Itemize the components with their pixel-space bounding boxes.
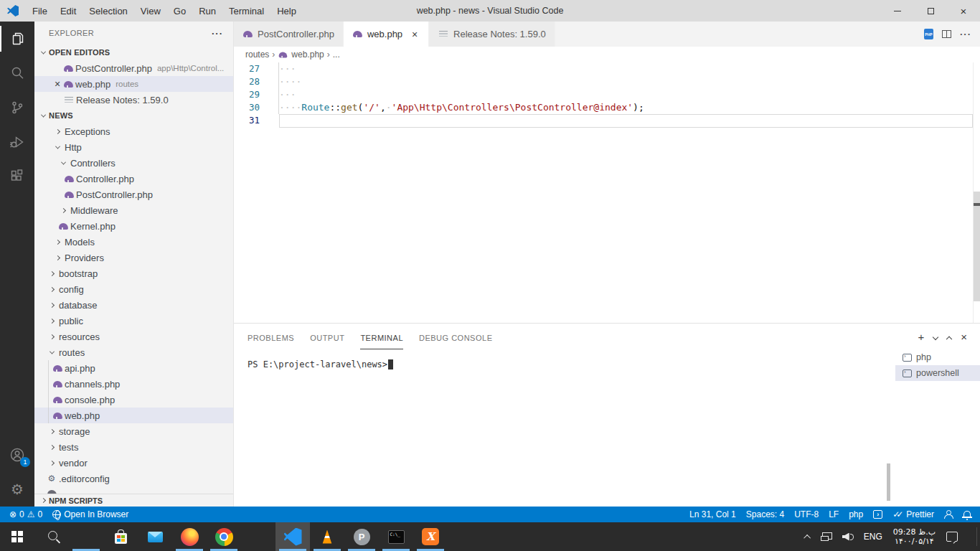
php-server-icon[interactable]: [924, 29, 933, 39]
tree-item-postcontroller-php[interactable]: PostController.php: [34, 187, 233, 202]
tree-item-storage[interactable]: storage: [34, 423, 233, 439]
editor-tab-postcontroller-php[interactable]: PostController.php: [234, 22, 344, 47]
close-editor-icon[interactable]: ×: [52, 78, 63, 90]
tree-item-exceptions[interactable]: Exceptions: [34, 123, 233, 139]
clock[interactable]: 09:28 ب.ظ ۱۴۰۰/۰۵/۱۴: [887, 522, 941, 551]
editor-more-actions-icon[interactable]: ···: [960, 29, 971, 39]
show-desktop-divider[interactable]: [976, 527, 977, 546]
npm-scripts-header[interactable]: NPM SCRIPTS: [34, 494, 233, 507]
terminal[interactable]: PS E:\project-laravel\news>: [248, 359, 393, 369]
tree-item-console-php[interactable]: console.php: [34, 392, 233, 408]
taskbar-xampp-button[interactable]: [413, 522, 448, 551]
new-terminal-icon[interactable]: +: [918, 331, 924, 342]
terminal-list-item-php[interactable]: php: [895, 349, 980, 365]
tree-item-middleware[interactable]: Middleware: [34, 202, 233, 218]
panel-tab-terminal[interactable]: TERMINAL: [360, 334, 403, 349]
breadcrumb-item-[interactable]: ...: [333, 50, 340, 60]
tree-item-editorconfig[interactable]: ⚙.editorconfig: [34, 471, 233, 486]
taskbar-store-button[interactable]: [103, 522, 138, 551]
run-file-button[interactable]: ›: [868, 507, 887, 522]
indentation-status[interactable]: Spaces: 4: [741, 507, 789, 522]
code-line-30[interactable]: 30····Route::get('/',·'App\Http\Controll…: [234, 101, 980, 114]
taskbar-psiphon-button[interactable]: [344, 522, 379, 551]
news-section-header[interactable]: NEWS: [34, 108, 233, 123]
menu-help[interactable]: Help: [270, 0, 303, 22]
close-window-button[interactable]: ×: [947, 0, 980, 22]
terminal-list-item-powershell[interactable]: powershell: [895, 365, 980, 381]
tree-item-providers[interactable]: Providers: [34, 250, 233, 265]
encoding-status[interactable]: UTF-8: [789, 507, 824, 522]
notifications-button[interactable]: [958, 507, 976, 522]
run-debug-icon[interactable]: [0, 125, 34, 159]
code-editor[interactable]: 27···28····29···30····Route::get('/',·'A…: [234, 62, 980, 323]
taskbar-cmd-button[interactable]: [379, 522, 413, 551]
terminal-scrollbar[interactable]: [887, 463, 890, 501]
network-button[interactable]: [816, 522, 837, 551]
terminal-dropdown-icon[interactable]: [933, 334, 938, 339]
tree-item-tests[interactable]: tests: [34, 439, 233, 455]
tree-item-config[interactable]: config: [34, 281, 233, 297]
tree-item-controllers[interactable]: Controllers: [34, 155, 233, 171]
panel-tab-problems[interactable]: PROBLEMS: [248, 334, 294, 349]
menu-selection[interactable]: Selection: [83, 0, 133, 22]
maximize-button[interactable]: [914, 0, 947, 22]
taskbar-vscode-button[interactable]: [275, 522, 310, 551]
hidden-icons-button[interactable]: [801, 522, 816, 551]
tree-item-channels-php[interactable]: channels.php: [34, 376, 233, 392]
editor-tab-web-php[interactable]: web.php×: [344, 22, 429, 47]
tree-item-controller-php[interactable]: Controller.php: [34, 171, 233, 187]
settings-gear-icon[interactable]: ⚙: [0, 472, 34, 507]
tree-item-web-php[interactable]: web.php: [34, 408, 233, 423]
action-center-button[interactable]: [941, 522, 963, 551]
open-in-browser-button[interactable]: Open In Browser: [47, 507, 133, 522]
breadcrumb-item-web-php[interactable]: web.php: [278, 50, 324, 60]
menu-terminal[interactable]: Terminal: [222, 0, 270, 22]
open-editor-web-php[interactable]: ×web.phproutes: [34, 76, 233, 92]
taskbar-start-button[interactable]: [0, 522, 34, 551]
open-editors-header[interactable]: OPEN EDITORS: [34, 44, 233, 60]
taskbar-firefox-button[interactable]: [172, 522, 207, 551]
formatter-status[interactable]: ✓✓ Prettier: [887, 507, 939, 522]
tree-item-models[interactable]: Models: [34, 234, 233, 250]
menu-edit[interactable]: Edit: [54, 0, 83, 22]
extensions-icon[interactable]: [0, 159, 34, 194]
taskbar-explorer-button[interactable]: [69, 522, 103, 551]
taskbar-instagram-button[interactable]: [241, 522, 275, 551]
cursor-position-status[interactable]: Ln 31, Col 1: [684, 507, 741, 522]
menu-run[interactable]: Run: [192, 0, 222, 22]
breadcrumb-item-routes[interactable]: routes: [245, 50, 269, 60]
menu-file[interactable]: File: [26, 0, 54, 22]
close-tab-icon[interactable]: ×: [410, 29, 420, 40]
taskbar-search-button[interactable]: [34, 522, 69, 551]
tree-item-vendor[interactable]: vendor: [34, 455, 233, 471]
menu-view[interactable]: View: [134, 0, 167, 22]
minimize-button[interactable]: [881, 0, 914, 22]
source-control-icon[interactable]: [0, 90, 34, 125]
code-line-27[interactable]: 27···: [234, 62, 980, 75]
tree-item-http[interactable]: Http: [34, 139, 233, 155]
menu-go[interactable]: Go: [167, 0, 192, 22]
tree-item-public[interactable]: public: [34, 313, 233, 329]
close-panel-icon[interactable]: ×: [961, 331, 967, 342]
account-icon[interactable]: 1: [0, 438, 34, 472]
language-mode-status[interactable]: php: [844, 507, 868, 522]
language-indicator[interactable]: ENG: [859, 522, 887, 551]
editor-tab-release-notes-1-59-0[interactable]: Release Notes: 1.59.0: [429, 22, 555, 47]
eol-status[interactable]: LF: [824, 507, 844, 522]
editor-scrollbar[interactable]: [974, 192, 980, 301]
taskbar-vlc-button[interactable]: [310, 522, 344, 551]
maximize-panel-icon[interactable]: [946, 336, 952, 342]
tree-item-bootstrap[interactable]: bootstrap: [34, 265, 233, 281]
search-icon[interactable]: [0, 56, 34, 90]
tree-item-kernel-php[interactable]: Kernel.php: [34, 218, 233, 234]
open-editor-release-notes-1-59-0[interactable]: Release Notes: 1.59.0: [34, 92, 233, 108]
tree-item-api-php[interactable]: api.php: [34, 360, 233, 376]
tree-item-routes[interactable]: routes: [34, 344, 233, 360]
panel-tab-debug-console[interactable]: DEBUG CONSOLE: [419, 334, 492, 349]
tree-item-database[interactable]: database: [34, 297, 233, 313]
taskbar-mail-button[interactable]: [138, 522, 172, 551]
split-editor-icon[interactable]: [942, 30, 951, 38]
taskbar-chrome-button[interactable]: [207, 522, 241, 551]
problems-status[interactable]: ⊗ 0 ⚠ 0: [4, 507, 47, 522]
sidebar-more-actions-icon[interactable]: ···: [212, 28, 223, 39]
